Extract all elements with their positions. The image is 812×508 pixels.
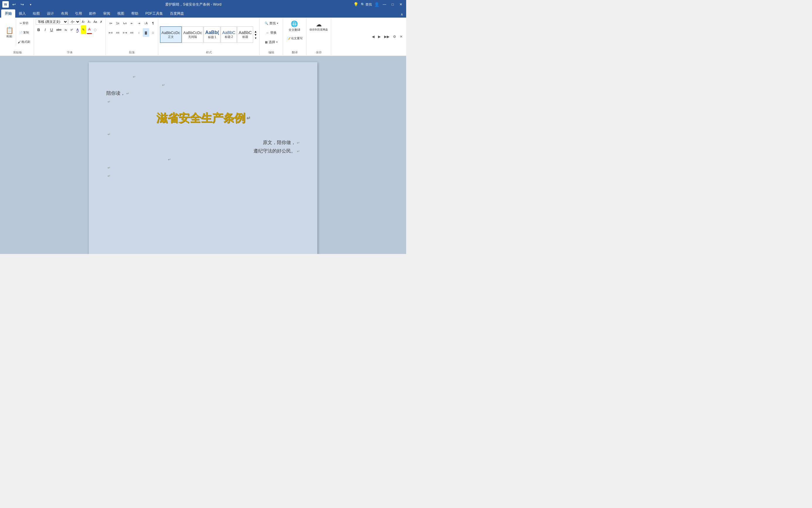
- underline-button[interactable]: U: [49, 25, 54, 34]
- styles-scroll: ▲ ▼ ▾: [253, 29, 257, 40]
- close-button[interactable]: ✕: [398, 1, 404, 7]
- decrease-font-button[interactable]: A↓: [87, 19, 92, 24]
- document-area[interactable]: ↵ ↵ 陪你读， ↵ ↵ 滋省安全生产条例 ↵: [0, 56, 406, 254]
- play-read-button[interactable]: ▶: [377, 34, 382, 39]
- justify-button[interactable]: ≡≡: [129, 28, 135, 37]
- font-color-button[interactable]: A: [87, 25, 92, 34]
- increase-indent-button[interactable]: ⇥: [136, 19, 142, 28]
- styles-more[interactable]: ▾: [254, 36, 257, 40]
- clipboard-group: 📋 粘贴 ✂ 剪切 📄 复制 🖌: [1, 18, 34, 55]
- redo-button[interactable]: ↪: [19, 1, 25, 7]
- bullets-button[interactable]: ≡•: [107, 19, 114, 28]
- save-baidu-button[interactable]: ☁ 保存到百度网盘: [308, 19, 329, 34]
- document-page[interactable]: ↵ ↵ 陪你读， ↵ ↵ 滋省安全生产条例 ↵: [89, 62, 317, 254]
- style-no-spacing[interactable]: AaBbCcDc 无间隔: [182, 27, 204, 43]
- format-painter-button[interactable]: 🖌 格式刷: [17, 38, 31, 46]
- para-mark-6: ↵: [107, 132, 110, 136]
- search-title-button[interactable]: 🔍 查找: [361, 2, 372, 7]
- tab-pdftool[interactable]: PDF工具集: [142, 9, 166, 17]
- clear-format-button[interactable]: ✗: [98, 19, 104, 24]
- align-right-button[interactable]: ≡⇥: [122, 28, 128, 37]
- style-title-label: 标题: [242, 35, 248, 39]
- tab-home[interactable]: 开始: [1, 9, 15, 17]
- style-heading2[interactable]: AaBbC 标题 2: [221, 27, 237, 43]
- paste-button[interactable]: 📋 粘贴: [3, 19, 16, 46]
- numbering-button[interactable]: 1≡: [114, 19, 121, 28]
- increase-font-button[interactable]: A↑: [81, 19, 86, 24]
- font-label: 字体: [34, 50, 105, 54]
- ribbon-collapse-button[interactable]: ∧: [399, 11, 405, 17]
- tab-mailings[interactable]: 邮件: [86, 9, 100, 17]
- next-read-button[interactable]: ▶▶: [383, 34, 391, 39]
- minimize-button[interactable]: —: [382, 1, 387, 7]
- replace-button[interactable]: ↔ 替换: [264, 28, 279, 37]
- close-read-button[interactable]: ✕: [398, 34, 404, 39]
- sort-button[interactable]: ↕A: [143, 19, 149, 28]
- char-border-button[interactable]: ◌: [93, 25, 98, 34]
- restore-button[interactable]: □: [390, 1, 396, 7]
- select-button[interactable]: ▦ 选择 ▾: [264, 38, 279, 46]
- text-effect-button[interactable]: A: [75, 25, 80, 34]
- tab-view[interactable]: 视图: [114, 9, 128, 17]
- subtitle1-text: 原文，陪你做，: [263, 140, 296, 146]
- paragraph-group-content: ≡• 1≡ ↳≡ ⇤ ⇥ ↕A ¶ ⇤≡ ≡≡ ≡⇥ ≡≡ ↕ ▓ □: [107, 19, 156, 54]
- tab-layout[interactable]: 布局: [57, 9, 71, 17]
- tab-help[interactable]: 帮助: [128, 9, 142, 17]
- subscript-button[interactable]: x₂: [63, 25, 68, 34]
- copy-button[interactable]: 📄 复制: [17, 28, 31, 37]
- lightbulb-icon: 💡: [353, 2, 359, 7]
- user-icon[interactable]: 👤: [374, 2, 379, 7]
- cut-button[interactable]: ✂ 剪切: [17, 19, 31, 28]
- doc-line-1: ↵: [106, 74, 136, 80]
- highlight-button[interactable]: ✎: [81, 25, 86, 34]
- shading-button[interactable]: ▓: [143, 28, 149, 37]
- font-name-select[interactable]: 等线 (西文正文): [36, 19, 68, 25]
- line-spacing-button[interactable]: ↕: [136, 28, 142, 37]
- show-marks-button[interactable]: ¶: [150, 19, 156, 28]
- superscript-button[interactable]: x²: [69, 25, 75, 34]
- strikethrough-button[interactable]: abc: [55, 25, 63, 34]
- align-center-button[interactable]: ≡≡: [114, 28, 121, 37]
- editing-label: 编辑: [259, 50, 283, 54]
- styles-scroll-up[interactable]: ▲: [254, 30, 257, 33]
- read-settings-button[interactable]: ⚙: [392, 34, 397, 39]
- find-button[interactable]: 🔍 查找 ▾: [264, 19, 279, 28]
- tab-baidudisk[interactable]: 百度网盘: [166, 9, 188, 17]
- customize-qat-button[interactable]: ▾: [28, 1, 34, 7]
- tab-review[interactable]: 审阅: [100, 9, 114, 17]
- multilevel-button[interactable]: ↳≡: [122, 19, 128, 28]
- translate-group-content: 🌐 全文翻译 📝 论文重写: [286, 19, 304, 54]
- decrease-indent-button[interactable]: ⇤: [129, 19, 135, 28]
- doc-line-10: ↵: [106, 165, 300, 171]
- align-left-button[interactable]: ⇤≡: [107, 28, 114, 37]
- replace-icon: ↔: [266, 31, 269, 34]
- rewrite-button[interactable]: 📝 论文重写: [286, 34, 304, 43]
- tab-design[interactable]: 设计: [43, 9, 57, 17]
- paragraph-label: 段落: [106, 50, 158, 54]
- style-heading1[interactable]: AaBb( 标题 1: [204, 27, 220, 43]
- full-translate-button[interactable]: 🌐 全文翻译: [286, 19, 303, 34]
- tab-insert[interactable]: 插入: [15, 9, 29, 17]
- border-button[interactable]: □: [150, 28, 156, 37]
- style-normal[interactable]: AaBbCcDc 正文: [160, 27, 182, 43]
- tab-draw[interactable]: 绘图: [29, 9, 43, 17]
- format-painter-icon: 🖌: [18, 40, 21, 44]
- save-baidu-group: ☁ 保存到百度网盘 保存: [306, 18, 331, 55]
- prev-read-button[interactable]: ◀: [371, 34, 376, 39]
- tab-references[interactable]: 引用: [71, 9, 86, 17]
- translate-label: 翻译: [283, 50, 306, 54]
- translate-icon: 🌐: [291, 20, 298, 27]
- font-size-select[interactable]: 小一: [68, 19, 80, 25]
- style-title[interactable]: AaBbC 标题: [237, 27, 253, 43]
- para-mark-10: ↵: [107, 166, 110, 170]
- font-row1: 等线 (西文正文) 小一 A↑ A↓ Aa ✗: [36, 19, 104, 25]
- style-normal-preview: AaBbCcDc: [161, 31, 180, 35]
- undo-button[interactable]: ↩: [11, 1, 17, 7]
- bold-button[interactable]: B: [36, 25, 42, 34]
- intro-text: 陪你读，: [106, 90, 125, 96]
- change-case-button[interactable]: Aa: [93, 19, 98, 24]
- style-heading2-preview: AaBbC: [223, 30, 235, 35]
- styles-scroll-down[interactable]: ▼: [254, 33, 257, 36]
- italic-button[interactable]: I: [42, 25, 48, 34]
- para-mark-4: ↵: [107, 100, 110, 104]
